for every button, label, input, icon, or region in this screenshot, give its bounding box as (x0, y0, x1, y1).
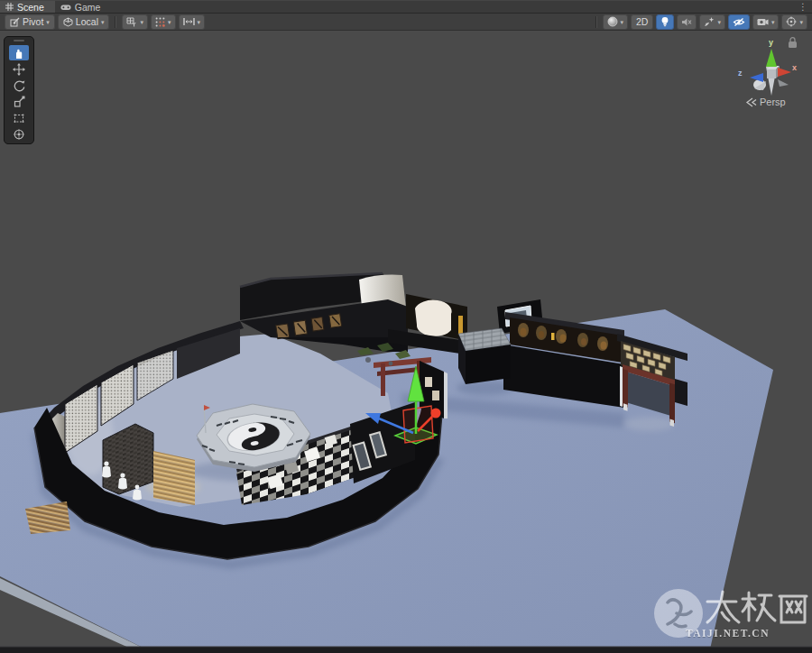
lighting-icon (660, 16, 669, 27)
chevron-left-icon (747, 98, 756, 106)
gizmo-plane-xy[interactable] (403, 406, 433, 443)
scale-icon (13, 96, 25, 108)
visibility-icon (733, 17, 745, 27)
gizmos-button[interactable]: ▾ (781, 14, 807, 30)
projection-label: Persp (760, 97, 786, 107)
move-tool[interactable] (9, 61, 29, 77)
gizmo-cube[interactable] (767, 69, 776, 78)
camera-icon (757, 17, 769, 26)
gizmos-icon (786, 16, 797, 27)
grid-visibility-button[interactable]: ▾ (122, 14, 148, 30)
axis-z-label: z (738, 69, 743, 78)
transform-icon (13, 128, 25, 141)
dropdown-caret-icon: ▾ (46, 19, 50, 25)
axis-x-cone[interactable] (778, 68, 791, 77)
tab-game-label: Game (75, 2, 101, 13)
move-icon (13, 63, 25, 76)
rotate-tool[interactable] (9, 78, 29, 93)
handle-rotation-button[interactable]: Local ▾ (58, 14, 110, 30)
scale-tool[interactable] (9, 94, 29, 109)
effects-button[interactable]: ▾ (699, 14, 725, 30)
handle-rotation-label: Local (76, 17, 98, 27)
watermark-title-calligraphy (707, 592, 807, 622)
grid-snap-icon (155, 17, 165, 27)
scene-viewport[interactable] (0, 0, 812, 653)
dropdown-caret-icon: ▾ (101, 19, 105, 25)
axis-x-label: x (792, 63, 797, 72)
dropdown-caret-icon: ▾ (717, 19, 721, 25)
tab-scene[interactable]: Scene (0, 1, 55, 13)
game-icon (60, 3, 71, 12)
taiji-platform[interactable] (197, 404, 310, 472)
toolstrip-drag-handle[interactable] (14, 40, 24, 41)
shading-mode-icon (607, 16, 618, 27)
scene-visibility-button[interactable] (728, 14, 750, 30)
tab-game[interactable]: Game (55, 1, 112, 13)
hand-tool[interactable] (9, 45, 29, 60)
grid-icon (5, 3, 14, 11)
pivot-icon (10, 17, 20, 27)
hand-icon (13, 47, 25, 60)
effects-icon (704, 16, 715, 27)
window-menu-button[interactable]: ⋮ (794, 1, 812, 13)
dropdown-caret-icon: ▾ (621, 19, 624, 25)
pivot-label: Pivot (23, 17, 43, 27)
window-bottom-edge (0, 647, 812, 653)
2d-mode-label: 2D (636, 17, 648, 27)
view-orientation-gizmo[interactable]: y x z Persp (733, 34, 812, 112)
pivot-button[interactable]: Pivot ▾ (5, 14, 55, 30)
rotate-icon (13, 79, 25, 92)
lock-icon[interactable] (789, 38, 797, 48)
scene-camera-button[interactable]: ▾ (752, 14, 780, 30)
gizmo-arrow-x[interactable] (431, 409, 441, 418)
projection-toggle[interactable]: Persp (747, 97, 786, 107)
rect-tool[interactable] (9, 110, 29, 125)
scene-toolbar: Pivot ▾ Local ▾ ▾ ▾ ▾ (0, 14, 812, 31)
toolbar-separator (595, 16, 597, 28)
dropdown-caret-icon: ▾ (140, 19, 143, 25)
tab-scene-label: Scene (17, 2, 44, 13)
dropdown-caret-icon: ▾ (168, 19, 171, 25)
axis-y-cone[interactable] (766, 49, 777, 67)
dropdown-caret-icon: ▾ (198, 19, 201, 25)
local-cube-icon (63, 17, 73, 27)
view-tab-bar: Scene Game ⋮ (0, 0, 812, 14)
grid-axis-icon (126, 17, 137, 27)
2d-mode-button[interactable]: 2D (631, 14, 653, 30)
axis-y-label: y (769, 38, 773, 47)
watermark: TAIJI.NET.CN (650, 584, 808, 644)
dropdown-caret-icon: ▾ (799, 19, 803, 25)
move-snap-button[interactable]: ▾ (179, 14, 206, 30)
toolbar-separator (115, 16, 116, 28)
draw-mode-button[interactable]: ▾ (603, 14, 629, 30)
rect-icon (13, 112, 25, 124)
dropdown-caret-icon: ▾ (771, 19, 775, 25)
scene-audio-button[interactable] (677, 14, 697, 30)
audio-icon (681, 17, 692, 27)
move-snap-icon (183, 17, 195, 26)
axis-neg-z-cone[interactable] (778, 79, 789, 87)
scene-lighting-button[interactable] (656, 14, 674, 30)
box-room (458, 328, 511, 384)
transform-tool[interactable] (9, 126, 29, 142)
watermark-url: TAIJI.NET.CN (686, 628, 770, 639)
tool-strip (4, 36, 34, 144)
grid-snap-button[interactable]: ▾ (151, 14, 176, 30)
